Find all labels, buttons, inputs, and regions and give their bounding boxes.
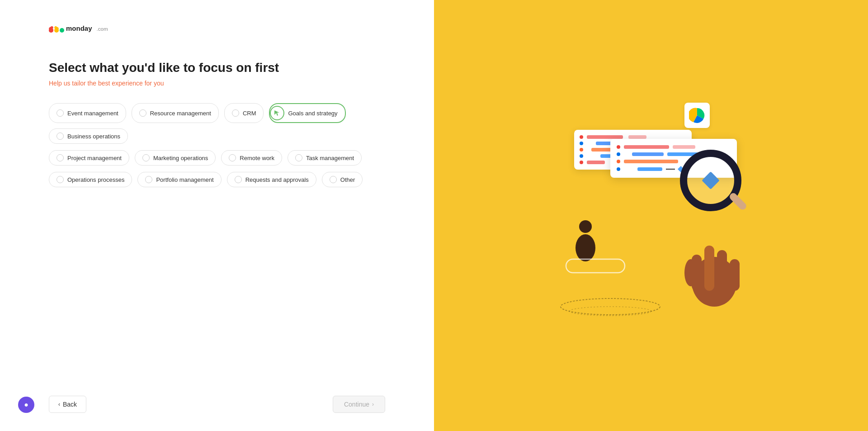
radio-crm — [232, 109, 239, 117]
sc-dot-3 — [617, 160, 620, 163]
option-requests-approvals[interactable]: Requests and approvals — [227, 172, 316, 187]
option-label-goals-strategy: Goals and strategy — [288, 110, 337, 117]
option-label-crm: CRM — [243, 110, 256, 117]
gantt-row-1 — [580, 135, 686, 139]
radio-portfolio-management — [145, 176, 152, 183]
option-remote-work[interactable]: Remote work — [221, 150, 282, 166]
back-button[interactable]: ‹ Back — [49, 396, 86, 413]
option-label-business-operations: Business operations — [67, 133, 120, 140]
sc-bar-4a — [637, 167, 662, 171]
continue-button-label: Continue — [344, 401, 369, 408]
radio-marketing-operations — [142, 154, 150, 161]
svg-rect-18 — [717, 250, 727, 291]
option-business-operations[interactable]: Business operations — [49, 128, 128, 144]
svg-text:monday: monday — [66, 24, 92, 32]
option-marketing-operations[interactable]: Marketing operations — [135, 150, 216, 166]
options-grid: Event management Resource management CRM — [49, 103, 385, 187]
option-label-operations-processes: Operations processes — [67, 176, 124, 183]
main-content: Select what you'd like to focus on first… — [49, 61, 385, 382]
bottom-area: ‹ Back Continue › — [49, 382, 385, 431]
dot-orange — [580, 148, 583, 152]
illustration — [565, 103, 737, 329]
radio-event-management — [57, 109, 64, 117]
option-label-event-management: Event management — [67, 110, 118, 117]
option-project-management[interactable]: Project management — [49, 150, 129, 166]
logo-area: monday .com — [49, 0, 385, 33]
radio-project-management — [57, 154, 64, 161]
continue-chevron-icon: › — [372, 401, 374, 407]
cursor-arrow-icon — [274, 109, 281, 117]
option-label-resource-management: Resource management — [150, 110, 211, 117]
svg-point-13 — [579, 220, 592, 233]
radio-business-operations — [57, 133, 64, 140]
magnifier-svg — [678, 148, 750, 229]
option-goals-strategy[interactable]: Goals and strategy — [269, 103, 345, 123]
option-portfolio-management[interactable]: Portfolio management — [137, 172, 221, 187]
options-row-2: Project management Marketing operations … — [49, 150, 385, 166]
option-resource-management[interactable]: Resource management — [132, 103, 219, 123]
svg-point-2 — [60, 28, 64, 33]
hand-svg — [683, 218, 746, 309]
option-label-other: Other — [340, 176, 355, 183]
logo-icon: monday .com — [49, 24, 111, 33]
bar-1b — [628, 135, 646, 139]
option-event-management[interactable]: Event management — [49, 103, 126, 123]
sc-dot-1 — [617, 145, 620, 149]
hand — [683, 218, 746, 311]
cursor-icon-wrapper — [270, 106, 284, 120]
option-task-management[interactable]: Task management — [288, 150, 362, 166]
svg-rect-23 — [566, 259, 625, 273]
dot-red-2 — [580, 161, 583, 164]
dot-red — [580, 135, 583, 139]
pie-chart-card — [684, 103, 710, 128]
continue-button[interactable]: Continue › — [333, 396, 385, 413]
back-chevron-icon: ‹ — [58, 401, 60, 407]
scribble-svg — [556, 291, 665, 318]
pie-chart-svg — [689, 107, 705, 123]
option-other[interactable]: Other — [322, 172, 363, 187]
bar-1a — [587, 135, 623, 139]
logo-text-svg: monday .com — [66, 24, 111, 33]
dot-blue-2 — [580, 154, 583, 158]
svg-text:.com: .com — [97, 26, 108, 32]
radio-requests-approvals — [235, 176, 242, 183]
radio-remote-work — [229, 154, 236, 161]
sc-bar-2 — [632, 152, 664, 156]
options-row-1: Event management Resource management CRM — [49, 103, 385, 144]
back-button-label: Back — [63, 401, 77, 408]
sc-bar-3 — [624, 160, 678, 163]
sc-dot-2 — [617, 152, 620, 156]
bar-5 — [587, 161, 605, 164]
right-panel — [434, 0, 868, 431]
svg-rect-19 — [730, 259, 740, 291]
dot-blue — [580, 142, 583, 145]
page-title: Select what you'd like to focus on first — [49, 61, 385, 75]
pill-svg — [565, 255, 628, 277]
sc-bar-1a — [624, 145, 669, 149]
option-label-task-management: Task management — [306, 155, 354, 161]
svg-marker-8 — [274, 110, 279, 116]
radio-task-management — [295, 154, 302, 161]
scribble-oval — [556, 291, 665, 320]
left-panel: monday .com Select what you'd like to fo… — [0, 0, 434, 431]
sc-dot-4 — [617, 167, 620, 171]
options-row-3: Operations processes Portfolio managemen… — [49, 172, 385, 187]
help-bubble[interactable]: ● — [18, 397, 34, 413]
svg-point-20 — [684, 259, 697, 286]
option-label-marketing-operations: Marketing operations — [153, 155, 208, 161]
logo-svg — [49, 24, 64, 33]
monday-logo: monday .com — [49, 24, 385, 33]
option-label-remote-work: Remote work — [240, 155, 274, 161]
option-label-project-management: Project management — [67, 155, 122, 161]
option-operations-processes[interactable]: Operations processes — [49, 172, 132, 187]
svg-rect-17 — [704, 246, 714, 291]
option-crm[interactable]: CRM — [224, 103, 264, 123]
option-label-portfolio-management: Portfolio management — [156, 176, 213, 183]
help-icon: ● — [24, 401, 28, 409]
pill-shape — [565, 255, 628, 279]
radio-other — [330, 176, 337, 183]
option-label-requests-approvals: Requests and approvals — [245, 176, 309, 183]
sc-connector — [666, 169, 675, 170]
page-subtitle: Help us tailor the best experience for y… — [49, 80, 385, 87]
radio-resource-management — [139, 109, 146, 117]
